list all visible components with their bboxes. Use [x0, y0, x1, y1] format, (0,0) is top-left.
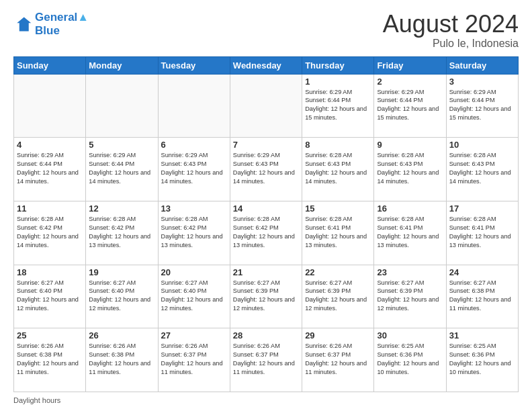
day-cell: 15Sunrise: 6:28 AM Sunset: 6:41 PM Dayli…: [302, 201, 374, 265]
col-header-monday: Monday: [86, 56, 158, 74]
day-cell: 11Sunrise: 6:28 AM Sunset: 6:42 PM Dayli…: [14, 201, 86, 265]
day-cell: [86, 74, 158, 138]
day-cell: 8Sunrise: 6:28 AM Sunset: 6:43 PM Daylig…: [302, 138, 374, 201]
day-number: 24: [449, 267, 515, 277]
day-info: Sunrise: 6:26 AM Sunset: 6:37 PM Dayligh…: [233, 342, 299, 377]
day-number: 21: [233, 267, 299, 277]
col-header-wednesday: Wednesday: [230, 56, 302, 74]
col-header-thursday: Thursday: [302, 56, 374, 74]
day-cell: 7Sunrise: 6:29 AM Sunset: 6:43 PM Daylig…: [230, 138, 302, 201]
day-number: 17: [449, 203, 515, 214]
day-info: Sunrise: 6:29 AM Sunset: 6:43 PM Dayligh…: [161, 151, 227, 186]
day-number: 16: [377, 203, 443, 214]
day-number: 30: [377, 330, 443, 340]
day-number: 23: [377, 267, 443, 277]
day-info: Sunrise: 6:25 AM Sunset: 6:36 PM Dayligh…: [449, 342, 515, 377]
day-number: 14: [233, 203, 299, 214]
day-info: Sunrise: 6:26 AM Sunset: 6:37 PM Dayligh…: [161, 342, 227, 377]
day-number: 8: [305, 140, 371, 150]
footer: Daylight hours: [13, 396, 519, 404]
day-number: 26: [89, 330, 154, 340]
day-cell: 28Sunrise: 6:26 AM Sunset: 6:37 PM Dayli…: [230, 328, 302, 392]
day-cell: 16Sunrise: 6:28 AM Sunset: 6:41 PM Dayli…: [374, 201, 446, 265]
day-info: Sunrise: 6:27 AM Sunset: 6:39 PM Dayligh…: [305, 279, 371, 314]
week-row-4: 18Sunrise: 6:27 AM Sunset: 6:40 PM Dayli…: [14, 265, 519, 328]
day-number: 27: [161, 330, 227, 340]
day-info: Sunrise: 6:28 AM Sunset: 6:43 PM Dayligh…: [305, 151, 371, 186]
day-number: 22: [305, 267, 371, 277]
day-cell: 14Sunrise: 6:28 AM Sunset: 6:42 PM Dayli…: [230, 201, 302, 265]
day-cell: 22Sunrise: 6:27 AM Sunset: 6:39 PM Dayli…: [302, 265, 374, 328]
day-number: 18: [17, 267, 83, 277]
day-info: Sunrise: 6:27 AM Sunset: 6:39 PM Dayligh…: [377, 279, 443, 314]
day-info: Sunrise: 6:29 AM Sunset: 6:44 PM Dayligh…: [449, 88, 515, 123]
logo-icon: [13, 15, 32, 34]
header-row: SundayMondayTuesdayWednesdayThursdayFrid…: [14, 56, 519, 74]
day-info: Sunrise: 6:27 AM Sunset: 6:40 PM Dayligh…: [161, 279, 227, 314]
day-info: Sunrise: 6:29 AM Sunset: 6:43 PM Dayligh…: [233, 151, 299, 186]
day-cell: 6Sunrise: 6:29 AM Sunset: 6:43 PM Daylig…: [158, 138, 230, 201]
day-info: Sunrise: 6:28 AM Sunset: 6:43 PM Dayligh…: [449, 151, 515, 186]
day-cell: 31Sunrise: 6:25 AM Sunset: 6:36 PM Dayli…: [446, 328, 518, 392]
day-cell: 3Sunrise: 6:29 AM Sunset: 6:44 PM Daylig…: [446, 74, 518, 138]
day-info: Sunrise: 6:28 AM Sunset: 6:41 PM Dayligh…: [377, 215, 443, 250]
day-info: Sunrise: 6:26 AM Sunset: 6:37 PM Dayligh…: [305, 342, 371, 377]
day-cell: 12Sunrise: 6:28 AM Sunset: 6:42 PM Dayli…: [86, 201, 158, 265]
day-cell: 21Sunrise: 6:27 AM Sunset: 6:39 PM Dayli…: [230, 265, 302, 328]
subtitle: Pulo Ie, Indonesia: [383, 38, 519, 50]
logo: General▲ Blue: [13, 11, 89, 37]
day-number: 1: [305, 77, 371, 87]
day-info: Sunrise: 6:29 AM Sunset: 6:44 PM Dayligh…: [89, 151, 154, 186]
day-info: Sunrise: 6:29 AM Sunset: 6:44 PM Dayligh…: [17, 151, 83, 186]
col-header-sunday: Sunday: [14, 56, 86, 74]
day-cell: 5Sunrise: 6:29 AM Sunset: 6:44 PM Daylig…: [86, 138, 158, 201]
day-number: 31: [449, 330, 515, 340]
day-cell: 13Sunrise: 6:28 AM Sunset: 6:42 PM Dayli…: [158, 201, 230, 265]
day-info: Sunrise: 6:29 AM Sunset: 6:44 PM Dayligh…: [305, 88, 371, 123]
calendar-table: SundayMondayTuesdayWednesdayThursdayFrid…: [13, 56, 519, 392]
day-cell: 18Sunrise: 6:27 AM Sunset: 6:40 PM Dayli…: [14, 265, 86, 328]
day-info: Sunrise: 6:27 AM Sunset: 6:40 PM Dayligh…: [89, 279, 154, 314]
calendar-header: SundayMondayTuesdayWednesdayThursdayFrid…: [14, 56, 519, 74]
day-number: 25: [17, 330, 83, 340]
week-row-5: 25Sunrise: 6:26 AM Sunset: 6:38 PM Dayli…: [14, 328, 519, 392]
day-cell: 23Sunrise: 6:27 AM Sunset: 6:39 PM Dayli…: [374, 265, 446, 328]
col-header-saturday: Saturday: [446, 56, 518, 74]
day-number: 7: [233, 140, 299, 150]
day-number: 11: [17, 203, 83, 214]
day-info: Sunrise: 6:29 AM Sunset: 6:44 PM Dayligh…: [377, 88, 443, 123]
page: General▲ Blue August 2024 Pulo Ie, Indon…: [0, 0, 532, 411]
day-number: 19: [89, 267, 154, 277]
day-info: Sunrise: 6:28 AM Sunset: 6:43 PM Dayligh…: [377, 151, 443, 186]
title-block: August 2024 Pulo Ie, Indonesia: [383, 11, 519, 50]
day-cell: 24Sunrise: 6:27 AM Sunset: 6:38 PM Dayli…: [446, 265, 518, 328]
day-cell: 27Sunrise: 6:26 AM Sunset: 6:37 PM Dayli…: [158, 328, 230, 392]
day-info: Sunrise: 6:28 AM Sunset: 6:42 PM Dayligh…: [89, 215, 154, 250]
day-number: 4: [17, 140, 83, 150]
day-cell: 17Sunrise: 6:28 AM Sunset: 6:41 PM Dayli…: [446, 201, 518, 265]
day-cell: 29Sunrise: 6:26 AM Sunset: 6:37 PM Dayli…: [302, 328, 374, 392]
day-number: 12: [89, 203, 154, 214]
day-cell: [14, 74, 86, 138]
day-info: Sunrise: 6:26 AM Sunset: 6:38 PM Dayligh…: [17, 342, 83, 377]
day-number: 20: [161, 267, 227, 277]
day-number: 3: [449, 77, 515, 87]
day-cell: 19Sunrise: 6:27 AM Sunset: 6:40 PM Dayli…: [86, 265, 158, 328]
day-number: 5: [89, 140, 154, 150]
day-info: Sunrise: 6:28 AM Sunset: 6:41 PM Dayligh…: [449, 215, 515, 250]
day-number: 2: [377, 77, 443, 87]
main-title: August 2024: [383, 11, 519, 38]
week-row-3: 11Sunrise: 6:28 AM Sunset: 6:42 PM Dayli…: [14, 201, 519, 265]
day-info: Sunrise: 6:28 AM Sunset: 6:41 PM Dayligh…: [305, 215, 371, 250]
day-number: 10: [449, 140, 515, 150]
day-number: 15: [305, 203, 371, 214]
day-number: 9: [377, 140, 443, 150]
day-info: Sunrise: 6:26 AM Sunset: 6:38 PM Dayligh…: [89, 342, 154, 377]
day-info: Sunrise: 6:27 AM Sunset: 6:40 PM Dayligh…: [17, 279, 83, 314]
calendar-body: 1Sunrise: 6:29 AM Sunset: 6:44 PM Daylig…: [14, 74, 519, 392]
week-row-2: 4Sunrise: 6:29 AM Sunset: 6:44 PM Daylig…: [14, 138, 519, 201]
week-row-1: 1Sunrise: 6:29 AM Sunset: 6:44 PM Daylig…: [14, 74, 519, 138]
logo-line1: General▲: [35, 11, 89, 24]
day-cell: 2Sunrise: 6:29 AM Sunset: 6:44 PM Daylig…: [374, 74, 446, 138]
footer-text: Daylight hours: [13, 396, 60, 404]
